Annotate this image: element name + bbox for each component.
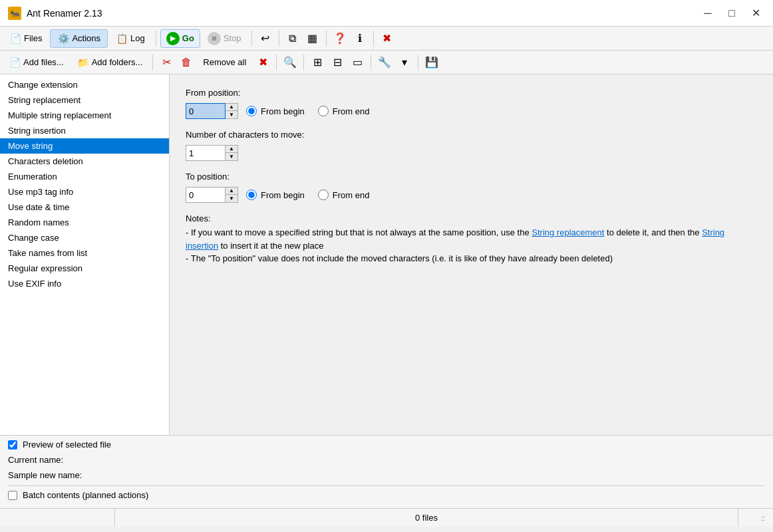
from-end-option[interactable]: From end (318, 106, 370, 116)
stop-button[interactable]: ⏹ Stop (202, 29, 247, 48)
notes-line1-part1: - If you want to move a specified string… (186, 227, 532, 237)
sample-new-name-label: Sample new name: (8, 470, 82, 480)
sidebar: Change extension String replacement Mult… (0, 74, 170, 435)
menu-separator-1 (156, 31, 156, 47)
toolbar-sep-4 (371, 55, 371, 70)
to-from-begin-label: From begin (261, 190, 305, 200)
sidebar-item-change-extension[interactable]: Change extension (0, 77, 169, 92)
to-position-input[interactable] (186, 187, 226, 203)
close-x-button[interactable]: ✖ (378, 29, 396, 48)
from-position-spinner[interactable]: ▲ ▼ (186, 103, 238, 119)
num-chars-up-btn[interactable]: ▲ (226, 146, 237, 153)
sidebar-item-use-exif-info[interactable]: Use EXIF info (0, 276, 169, 291)
save-button[interactable]: 💾 (422, 53, 441, 72)
sidebar-item-random-names[interactable]: Random names (0, 215, 169, 230)
current-name-label: Current name: (8, 455, 81, 465)
to-position-spinner[interactable]: ▲ ▼ (186, 187, 238, 203)
list-view-button[interactable]: ⊟ (328, 53, 347, 72)
to-position-down-btn[interactable]: ▼ (226, 195, 237, 202)
sidebar-item-enumeration[interactable]: Enumeration (0, 169, 169, 184)
sidebar-item-characters-deletion[interactable]: Characters deletion (0, 154, 169, 169)
bottom-section: Preview of selected file Current name: S… (0, 435, 773, 508)
remove-all-button[interactable]: Remove all (197, 55, 252, 70)
to-position-row: ▲ ▼ From begin From end (186, 187, 757, 203)
from-begin-option[interactable]: From begin (246, 106, 305, 116)
add-folders-icon: 📁 (77, 57, 89, 68)
from-end-radio[interactable] (318, 106, 329, 116)
preview-checkbox[interactable] (8, 440, 17, 450)
to-from-end-option[interactable]: From end (318, 190, 370, 200)
menu-item-files[interactable]: 📄 Files (3, 30, 49, 47)
from-position-up-btn[interactable]: ▲ (226, 104, 237, 111)
add-folders-button[interactable]: 📁 Add folders... (71, 54, 149, 71)
to-position-spinner-btns: ▲ ▼ (226, 187, 238, 203)
minimize-button[interactable]: ─ (698, 5, 717, 21)
go-button[interactable]: ▶ Go (160, 29, 200, 48)
remove-selected-button[interactable]: ✂ (157, 53, 176, 72)
go-icon: ▶ (166, 32, 180, 45)
title-bar-controls: ─ □ ✕ (698, 5, 765, 21)
menu-separator-2 (251, 31, 252, 47)
sidebar-item-multiple-string-replacement[interactable]: Multiple string replacement (0, 108, 169, 123)
status-bar: 0 files :: (0, 508, 773, 527)
add-folders-label: Add folders... (92, 57, 143, 67)
sidebar-item-string-insertion[interactable]: String insertion (0, 123, 169, 138)
sidebar-item-string-replacement[interactable]: String replacement (0, 92, 169, 108)
sidebar-item-use-mp3-tag-info[interactable]: Use mp3 tag info (0, 184, 169, 200)
num-chars-spinner-btns: ▲ ▼ (226, 145, 238, 161)
file-count-section: 0 files (114, 509, 738, 527)
info-button[interactable]: ℹ (351, 29, 369, 48)
menu-bar: 📄 Files ⚙️ Actions 📋 Log ▶ Go ⏹ Stop ↩ ⧉… (0, 27, 773, 51)
menu-actions-label: Actions (72, 33, 100, 43)
string-replacement-link[interactable]: String replacement (532, 227, 604, 237)
settings-button[interactable]: 🔧 (375, 53, 394, 72)
to-position-up-btn[interactable]: ▲ (226, 188, 237, 195)
status-right: :: (738, 514, 765, 522)
grid-button[interactable]: ▦ (303, 29, 322, 48)
from-position-down-btn[interactable]: ▼ (226, 111, 237, 118)
filter-button[interactable]: ✖ (253, 53, 272, 72)
search-button[interactable]: 🔍 (281, 53, 299, 72)
notes-label: Notes: (186, 213, 757, 223)
sidebar-item-use-date-time[interactable]: Use date & time (0, 200, 169, 215)
add-files-button[interactable]: 📄 Add files... (3, 54, 70, 71)
sample-name-row: Sample new name: (8, 467, 765, 483)
copy-button[interactable]: ⧉ (283, 29, 302, 48)
sidebar-item-take-names-from-list[interactable]: Take names from list (0, 245, 169, 261)
help-button[interactable]: ❓ (331, 29, 349, 48)
app-icon: 🐜 (8, 7, 21, 20)
num-chars-spinner[interactable]: ▲ ▼ (186, 145, 238, 161)
from-end-label: From end (333, 106, 370, 116)
num-chars-down-btn[interactable]: ▼ (226, 153, 237, 160)
num-chars-input[interactable] (186, 145, 226, 161)
batch-checkbox[interactable] (8, 491, 17, 500)
from-begin-label: From begin (261, 106, 305, 116)
main-content: Change extension String replacement Mult… (0, 74, 773, 435)
undo-button[interactable]: ↩ (256, 29, 275, 48)
sidebar-item-regular-expression[interactable]: Regular expression (0, 261, 169, 276)
notes-line1-part3: to insert it at the new place (218, 241, 323, 251)
to-from-end-radio[interactable] (318, 190, 329, 200)
log-icon: 📋 (116, 33, 128, 45)
to-from-begin-option[interactable]: From begin (246, 190, 305, 200)
from-position-spinner-btns: ▲ ▼ (226, 103, 238, 119)
grid-view-button[interactable]: ⊞ (308, 53, 327, 72)
menu-item-log[interactable]: 📋 Log (109, 30, 152, 47)
num-chars-row: ▲ ▼ (186, 145, 757, 161)
close-button[interactable]: ✕ (746, 5, 765, 21)
sidebar-item-move-string[interactable]: Move string (0, 138, 169, 154)
details-button[interactable]: ▭ (348, 53, 367, 72)
title-bar: 🐜 Ant Renamer 2.13 ─ □ ✕ (0, 0, 773, 27)
remove-all-icon-button[interactable]: 🗑 (177, 53, 196, 72)
menu-item-actions[interactable]: ⚙️ Actions (50, 29, 108, 48)
from-begin-radio[interactable] (246, 106, 257, 116)
maximize-button[interactable]: □ (722, 5, 741, 21)
add-files-icon: 📄 (9, 57, 21, 68)
notes-text: - If you want to move a specified string… (186, 226, 757, 265)
dropdown-button[interactable]: ▾ (395, 53, 414, 72)
content-area: From position: ▲ ▼ From begin From end (170, 74, 773, 435)
to-from-begin-radio[interactable] (246, 190, 257, 200)
num-chars-label: Number of characters to move: (186, 130, 757, 140)
sidebar-item-change-case[interactable]: Change case (0, 230, 169, 245)
from-position-input[interactable] (186, 103, 226, 119)
